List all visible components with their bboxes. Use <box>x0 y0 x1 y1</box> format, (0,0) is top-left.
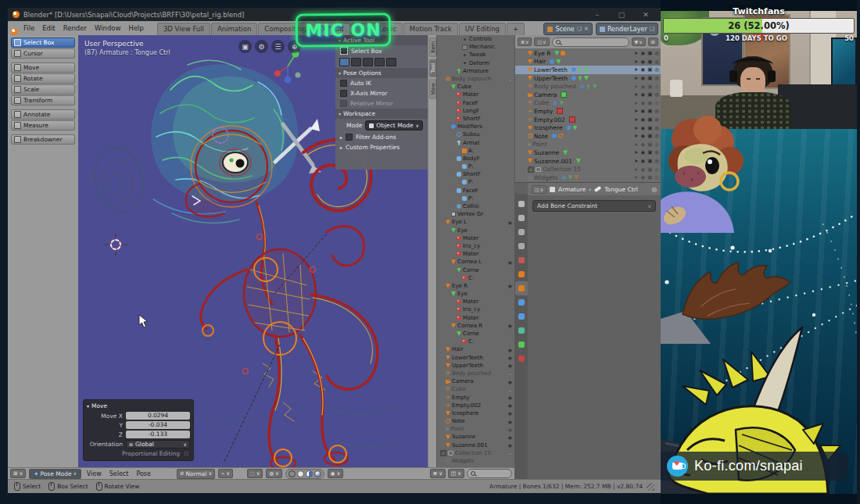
tree-display-dropdown[interactable]: ≣∨ <box>430 469 446 478</box>
collection-checkbox[interactable]: ✓ <box>528 166 534 173</box>
tree-item-c[interactable]: C: <box>437 274 514 282</box>
render-toggle-icon[interactable]: ◎ <box>654 133 659 139</box>
object-mode-dropdown[interactable]: Object Mode ∨ <box>365 120 423 130</box>
select-toggle-icon[interactable]: ➤ <box>634 133 638 139</box>
hide-toggle-icon[interactable]: ◉ <box>641 174 646 181</box>
render-toggle-icon[interactable]: ◎ <box>654 84 659 90</box>
hide-toggle-icon[interactable]: ◉ <box>508 220 512 225</box>
tree-item-empty-002[interactable]: Empty.002◉ <box>437 402 514 409</box>
select-toggle-icon[interactable]: ➤ <box>634 66 638 73</box>
render-toggle-icon[interactable]: ◎ <box>654 125 659 131</box>
tree-item-collisi[interactable]: Collisi <box>437 202 514 210</box>
hide-toggle-icon[interactable]: ◉ <box>641 116 646 123</box>
viewport-toggle-icon[interactable]: ▣ <box>647 50 652 56</box>
properties-tab-physics[interactable] <box>515 323 528 338</box>
minimize-button[interactable]: – <box>587 11 607 19</box>
outliner-row-widgets[interactable]: Widgets➤◉▣◎ <box>515 173 661 182</box>
sidebar-tab-item[interactable]: Item <box>429 38 436 57</box>
select-mode-subtract-icon[interactable] <box>363 58 373 66</box>
tree-item-mechanic[interactable]: Mechanic <box>437 43 514 51</box>
render-toggle-icon[interactable]: ◎ <box>654 75 659 81</box>
outliner-options-button[interactable]: ⚙ <box>648 38 658 46</box>
viewport-toggle-icon[interactable]: ▣ <box>647 166 652 173</box>
properties-tab-render[interactable] <box>515 211 528 225</box>
viewport-toggle-icon[interactable]: ▣ <box>647 141 652 148</box>
select-toggle-icon[interactable]: ➤ <box>634 141 638 148</box>
pose-options-header[interactable]: ▾ Pose Options <box>335 68 428 78</box>
add-bone-constraint-dropdown[interactable]: Add Bone Constraint ∨ <box>532 200 656 212</box>
orientation-dropdown[interactable]: ⊞ Global ∨ <box>126 440 190 449</box>
viewport-toggle-icon[interactable]: ▣ <box>647 116 652 123</box>
hide-toggle-icon[interactable]: ◉ <box>508 402 512 408</box>
hide-toggle-icon[interactable]: ◉ <box>641 149 646 155</box>
hide-toggle-icon[interactable]: ◉ <box>641 166 646 173</box>
outliner-search[interactable] <box>552 38 629 47</box>
tree-item-controls[interactable]: Controls <box>437 35 514 43</box>
properties-tab-output[interactable] <box>515 225 528 239</box>
viewport-toggle-icon[interactable]: ▣ <box>647 75 652 81</box>
select-toggle-icon[interactable]: ➤ <box>634 84 638 90</box>
hide-toggle-icon[interactable]: ◉ <box>641 100 646 106</box>
viewport-toggle-icon[interactable]: ▣ <box>647 66 652 73</box>
menu-file[interactable]: File <box>20 22 38 35</box>
tree-item-armat[interactable]: Armat <box>437 138 514 146</box>
outliner-row-hair[interactable]: Hair➤◉▣◎ <box>515 58 661 66</box>
hide-toggle-icon[interactable]: ◉ <box>508 419 512 424</box>
filter-id-dropdown[interactable]: ◫∨ <box>534 38 549 46</box>
render-toggle-icon[interactable]: ◎ <box>654 108 659 114</box>
select-toggle-icon[interactable]: ➤ <box>634 125 638 131</box>
hide-toggle-icon[interactable]: ◉ <box>641 66 646 73</box>
outliner-row-body-pouched[interactable]: Body pouched➤◉▣◎ <box>515 82 661 91</box>
menu-help[interactable]: Help <box>124 22 147 35</box>
select-mode-extend-icon[interactable] <box>351 58 361 66</box>
hide-toggle-icon[interactable]: ◉ <box>641 84 646 90</box>
hide-toggle-icon[interactable]: ◉ <box>641 50 646 56</box>
tree-item-cube[interactable]: Cube <box>437 83 514 91</box>
tree-item-vertex-gr[interactable]: Vertex Gr <box>437 210 514 218</box>
outliner-row-upperteeth[interactable]: UpperTeeth➤◉▣◎ <box>515 74 661 83</box>
outliner-row-icosphere[interactable]: Icosphere➤◉▣◎ <box>515 123 661 132</box>
viewport-toggle-icon[interactable]: ▣ <box>647 149 652 155</box>
tree-item-shortf[interactable]: ShortF <box>437 170 514 178</box>
select-mode-new-icon[interactable] <box>339 58 349 66</box>
render-toggle-icon[interactable]: ◎ <box>654 91 659 98</box>
tool-measure[interactable]: Measure <box>11 120 75 130</box>
viewport-toggle-icon[interactable]: ▣ <box>647 125 652 131</box>
tree-item-mater[interactable]: Mater <box>437 250 514 258</box>
menu-edit[interactable]: Edit <box>38 22 59 35</box>
viewport-toggle-icon[interactable]: ▣ <box>647 108 652 114</box>
hide-toggle-icon[interactable]: ◉ <box>508 395 512 400</box>
expand-chevron-icon[interactable]: ▸ <box>340 134 342 140</box>
pin-icon[interactable]: ◎ <box>651 186 657 193</box>
scene-selector[interactable]: Scene ❏ ✕ <box>543 23 593 35</box>
viewport-toggle-icon[interactable]: ▣ <box>647 59 652 65</box>
tree-item-shortf[interactable]: ShortF <box>437 115 514 123</box>
hide-toggle-icon[interactable]: ◉ <box>641 141 646 148</box>
tree-item-facef[interactable]: FaceF <box>437 187 514 195</box>
hide-toggle-icon[interactable]: ◉ <box>641 108 646 114</box>
tab-3d-view-full[interactable]: 3D View Full <box>157 23 210 35</box>
properties-tab-modifiers[interactable] <box>515 295 528 309</box>
tree-item-eye-l[interactable]: Eye L◉ <box>437 218 514 226</box>
select-toggle-icon[interactable]: ➤ <box>634 100 638 106</box>
render-layer-selector[interactable]: RenderLayer ❏ <box>596 23 658 35</box>
tree-item-widgets[interactable]: Widgets <box>437 457 514 465</box>
select-toggle-icon[interactable]: ➤ <box>634 166 638 173</box>
tree-item-eye[interactable]: Eye <box>437 290 514 298</box>
hide-toggle-icon[interactable]: ◉ <box>641 125 646 131</box>
tree-item-c[interactable]: C: <box>437 338 514 345</box>
tree-item-bodyf[interactable]: BodyF <box>437 155 514 163</box>
relative-mirror-checkbox[interactable] <box>340 100 347 107</box>
outliner-row-empty-002[interactable]: Empty.002➤◉▣◎ <box>515 116 661 124</box>
select-mode-intersect-icon[interactable] <box>386 58 396 66</box>
render-toggle-icon[interactable]: ◎ <box>654 149 659 155</box>
hide-toggle-icon[interactable]: ◉ <box>508 259 512 265</box>
move-operator-panel[interactable]: ▾ Move Move X 0.0294 Y -0.034 Z -0.133 O… <box>83 399 194 461</box>
menu-select[interactable]: Select <box>107 470 131 477</box>
select-toggle-icon[interactable]: ➤ <box>634 108 638 114</box>
select-toggle-icon[interactable]: ➤ <box>634 149 638 155</box>
hide-toggle-icon[interactable]: ◉ <box>508 363 512 368</box>
hide-toggle-icon[interactable]: ◉ <box>508 410 512 416</box>
menu-view[interactable]: View <box>84 470 104 477</box>
editor-type-dropdown[interactable]: ⊞∨ <box>10 469 26 478</box>
